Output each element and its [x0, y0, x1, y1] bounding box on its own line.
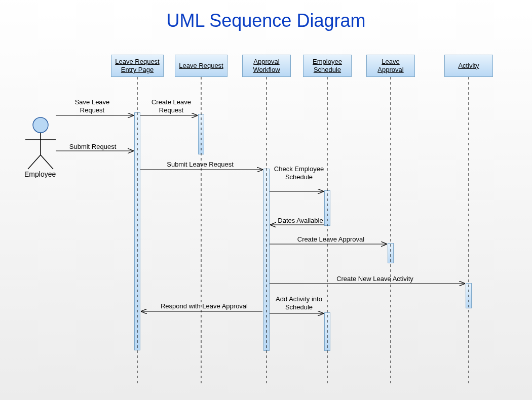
employee-actor-icon [25, 117, 56, 169]
diagram-svg [0, 0, 532, 400]
svg-line-4 [41, 155, 53, 169]
svg-line-3 [28, 155, 41, 169]
svg-point-0 [33, 117, 48, 133]
